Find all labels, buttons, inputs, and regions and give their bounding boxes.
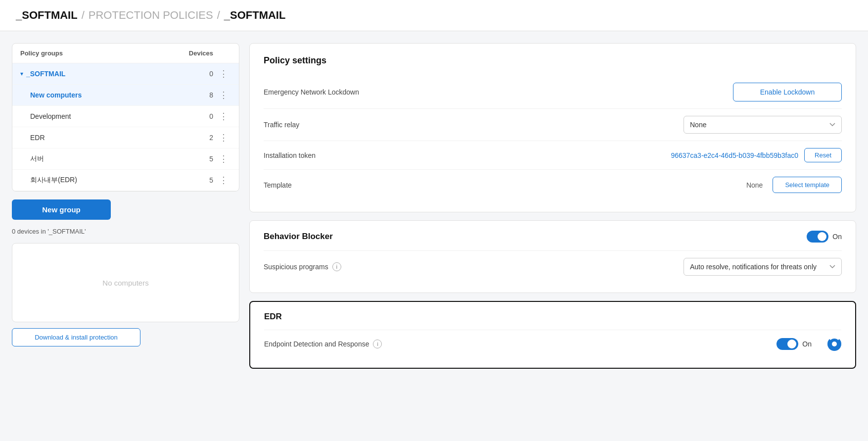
- edr-setting-row: Endpoint Detection and Response i On: [264, 330, 841, 358]
- pg-table-header: Policy groups Devices: [12, 44, 239, 63]
- edr-card: EDR Endpoint Detection and Response i On: [249, 301, 856, 369]
- breadcrumb-part1: _SOFTMAIL: [16, 9, 78, 22]
- behavior-blocker-toggle-wrap[interactable]: On: [807, 231, 842, 243]
- chevron-down-icon: ▾: [20, 70, 23, 77]
- breadcrumb-part3: _SOFTMAIL: [224, 9, 286, 22]
- behavior-blocker-card: Behavior Blocker On Suspicious programs …: [249, 220, 856, 293]
- breadcrumb-sep2: /: [217, 9, 220, 22]
- template-label: Template: [264, 181, 746, 189]
- suspicious-programs-label: Suspicious programs: [264, 263, 328, 271]
- group-devices-company-edr: 5: [174, 176, 213, 184]
- col-header-name: Policy groups: [20, 49, 174, 57]
- edr-toggle-label: On: [802, 340, 812, 348]
- behavior-blocker-toggle-label: On: [832, 233, 842, 241]
- group-name-new-computers: New computers: [20, 91, 82, 99]
- col-header-devices: Devices: [174, 49, 213, 57]
- template-none-value: None: [746, 181, 763, 189]
- breadcrumb-bar: _SOFTMAIL / PROTECTION POLICIES / _SOFTM…: [0, 0, 868, 31]
- group-row-edr[interactable]: EDR 2 ⋮: [12, 127, 239, 148]
- group-menu-development[interactable]: ⋮: [216, 111, 231, 122]
- edr-toggle-wrap[interactable]: On: [777, 338, 812, 350]
- group-menu-softmail[interactable]: ⋮: [216, 68, 231, 79]
- suspicious-programs-select[interactable]: Auto resolve, notifications for threats …: [684, 258, 842, 276]
- group-devices-softmail: 0: [174, 70, 213, 78]
- policy-settings-title: Policy settings: [264, 55, 842, 66]
- group-menu-edr[interactable]: ⋮: [216, 132, 231, 143]
- download-install-protection-button[interactable]: Download & install protection: [12, 328, 140, 346]
- new-group-button[interactable]: New group: [12, 199, 111, 220]
- group-devices-server: 5: [174, 155, 213, 163]
- breadcrumb-sep1: /: [82, 9, 85, 22]
- traffic-relay-select[interactable]: None Auto: [684, 116, 842, 134]
- right-panel: Policy settings Emergency Network Lockdo…: [249, 43, 856, 369]
- group-name-softmail: _SOFTMAIL: [26, 70, 65, 78]
- edr-toggle[interactable]: [777, 338, 798, 350]
- group-devices-development: 0: [174, 112, 213, 120]
- traffic-relay-label: Traffic relay: [264, 121, 684, 129]
- group-devices-new-computers: 8: [174, 91, 213, 99]
- devices-count-label: 0 devices in '_SOFTMAIL': [12, 226, 239, 237]
- installation-token-value[interactable]: 96637ca3-e2c4-46d5-b039-4fbb59b3fac0: [671, 151, 798, 159]
- edr-title: EDR: [264, 312, 841, 322]
- behavior-blocker-title: Behavior Blocker: [264, 232, 799, 242]
- breadcrumb-part2: PROTECTION POLICIES: [89, 9, 213, 22]
- group-row-softmail[interactable]: ▾ _SOFTMAIL 0 ⋮: [12, 63, 239, 85]
- policy-settings-card: Policy settings Emergency Network Lockdo…: [249, 43, 856, 212]
- behavior-blocker-header: Behavior Blocker On: [264, 221, 842, 251]
- setting-row-traffic-relay: Traffic relay None Auto: [264, 109, 842, 141]
- group-row-development[interactable]: Development 0 ⋮: [12, 106, 239, 127]
- setting-row-token: Installation token 96637ca3-e2c4-46d5-b0…: [264, 141, 842, 170]
- left-panel: Policy groups Devices ▾ _SOFTMAIL 0 ⋮ Ne…: [12, 43, 239, 346]
- group-row-new-computers[interactable]: New computers 8 ⋮: [12, 85, 239, 106]
- group-name-edr: EDR: [20, 134, 45, 142]
- policy-groups-card: Policy groups Devices ▾ _SOFTMAIL 0 ⋮ Ne…: [12, 43, 239, 192]
- no-computers-area: No computers: [12, 243, 239, 322]
- suspicious-programs-row: Suspicious programs i Auto resolve, noti…: [264, 251, 842, 283]
- group-row-server[interactable]: 서버 5 ⋮: [12, 148, 239, 170]
- reset-token-button[interactable]: Reset: [804, 148, 842, 162]
- edr-progress-circle[interactable]: [827, 337, 841, 351]
- suspicious-programs-info-icon[interactable]: i: [332, 262, 341, 271]
- group-menu-new-computers[interactable]: ⋮: [216, 90, 231, 100]
- setting-row-lockdown: Emergency Network Lockdown Enable Lockdo…: [264, 76, 842, 109]
- group-devices-edr: 2: [174, 134, 213, 142]
- edr-header: EDR: [264, 302, 841, 330]
- no-computers-text: No computers: [102, 279, 148, 287]
- installation-token-label: Installation token: [264, 151, 671, 159]
- setting-row-template: Template None Select template: [264, 170, 842, 200]
- edr-info-icon[interactable]: i: [373, 340, 382, 348]
- group-name-company-edr: 회사내부(EDR): [20, 176, 77, 185]
- group-menu-company-edr[interactable]: ⋮: [216, 175, 231, 186]
- edr-label: Endpoint Detection and Response: [264, 340, 369, 348]
- group-name-server: 서버: [20, 154, 44, 163]
- lockdown-label: Emergency Network Lockdown: [264, 88, 733, 96]
- behavior-blocker-toggle[interactable]: [807, 231, 828, 243]
- group-name-development: Development: [20, 112, 71, 120]
- group-menu-server[interactable]: ⋮: [216, 153, 231, 164]
- select-template-button[interactable]: Select template: [773, 177, 842, 193]
- enable-lockdown-button[interactable]: Enable Lockdown: [733, 83, 842, 101]
- group-row-company-edr[interactable]: 회사내부(EDR) 5 ⋮: [12, 170, 239, 191]
